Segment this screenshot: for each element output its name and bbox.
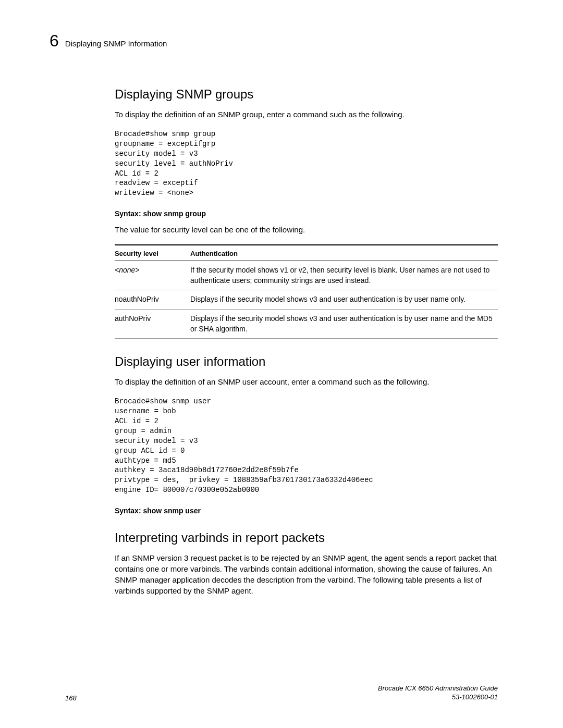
table-row: <none> If the security model shows v1 or…: [115, 261, 498, 290]
syntax-user-info: Syntax: show snmp user: [115, 507, 498, 515]
table-header-row: Security level Authentication: [115, 244, 498, 261]
table-cell-auth: Displays if the security model shows v3 …: [190, 294, 498, 305]
heading-varbinds: Interpreting varbinds in report packets: [115, 530, 498, 545]
code-user-info: Brocade#show snmp user username = bob AC…: [115, 397, 498, 495]
note-snmp-groups: The value for security level can be one …: [115, 224, 498, 235]
page-container: 6 Displaying SNMP Information Displaying…: [0, 0, 563, 632]
table-cell-security: authNoPriv: [115, 314, 190, 334]
code-snmp-groups: Brocade#show snmp group groupname = exce…: [115, 129, 498, 198]
syntax-snmp-groups: Syntax: show snmp group: [115, 209, 498, 218]
table-header-auth: Authentication: [190, 250, 498, 257]
security-level-table: Security level Authentication <none> If …: [115, 244, 498, 339]
table-row: authNoPriv Displays if the security mode…: [115, 310, 498, 339]
table-cell-auth: If the security model shows v1 or v2, th…: [190, 265, 498, 286]
page-footer: 168 Brocade ICX 6650 Administration Guid…: [65, 684, 498, 702]
page-header: 6 Displaying SNMP Information: [50, 31, 498, 51]
page-number: 168: [65, 694, 77, 702]
chapter-number: 6: [50, 31, 59, 51]
intro-varbinds: If an SNMP version 3 request packet is t…: [115, 552, 498, 596]
table-cell-security: <none>: [115, 265, 190, 286]
guide-title: Brocade ICX 6650 Administration Guide: [378, 684, 498, 693]
intro-snmp-groups: To display the definition of an SNMP gro…: [115, 109, 498, 120]
heading-user-info: Displaying user information: [115, 354, 498, 369]
heading-snmp-groups: Displaying SNMP groups: [115, 87, 498, 102]
table-header-security: Security level: [115, 250, 190, 257]
content-area: Displaying SNMP groups To display the de…: [115, 87, 498, 596]
chapter-title: Displaying SNMP Information: [65, 39, 167, 48]
table-row: noauthNoPriv Displays if the security mo…: [115, 290, 498, 310]
doc-number: 53-1002600-01: [378, 693, 498, 702]
table-cell-auth: Displays if the security model shows v3 …: [190, 314, 498, 334]
intro-user-info: To display the definition of an SNMP use…: [115, 376, 498, 387]
table-cell-security: noauthNoPriv: [115, 294, 190, 305]
footer-right: Brocade ICX 6650 Administration Guide 53…: [378, 684, 498, 702]
